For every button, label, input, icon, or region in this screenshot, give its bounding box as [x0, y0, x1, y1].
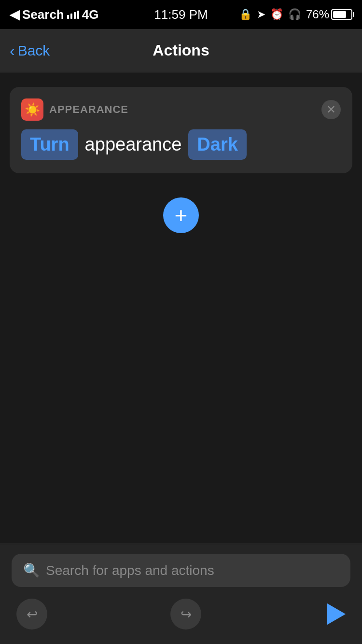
battery-icon: [331, 9, 352, 20]
plus-icon: +: [175, 204, 188, 226]
status-time: 11:59 PM: [154, 7, 208, 22]
appearance-icon: ☀️: [21, 98, 43, 121]
x-icon: ✕: [326, 103, 336, 116]
main-content: ☀️ APPEARANCE ✕ Turn appearance Dark +: [0, 72, 362, 252]
back-arrow-icon: ◀: [10, 7, 19, 22]
play-button[interactable]: [324, 603, 346, 625]
page-title: Actions: [153, 42, 209, 59]
location-icon: ➤: [257, 8, 265, 21]
undo-button[interactable]: [16, 599, 47, 630]
status-bar: ◀ Search 4G 11:59 PM 🔒 ➤ ⏰ 🎧 76%: [0, 0, 362, 29]
lock-icon: 🔒: [239, 8, 252, 21]
back-button[interactable]: ‹ Back: [10, 42, 50, 59]
add-action-button[interactable]: +: [163, 197, 199, 233]
action-card-header: ☀️ APPEARANCE ✕: [21, 98, 341, 121]
search-placeholder-text: Search for apps and actions: [46, 563, 214, 578]
redo-icon: [181, 606, 192, 622]
action-content: Turn appearance Dark: [21, 129, 341, 160]
close-button[interactable]: ✕: [321, 100, 341, 119]
nav-bar: ‹ Back Actions: [0, 29, 362, 72]
alarm-icon: ⏰: [270, 8, 283, 21]
action-card-title-row: ☀️ APPEARANCE: [21, 98, 128, 121]
search-icon: 🔍: [23, 562, 40, 578]
status-carrier: ◀ Search 4G: [10, 7, 98, 22]
add-button-container: +: [10, 193, 352, 238]
action-card: ☀️ APPEARANCE ✕ Turn appearance Dark: [10, 87, 352, 173]
redo-button[interactable]: [170, 599, 201, 630]
bottom-bar: 🔍 Search for apps and actions: [0, 544, 362, 644]
bottom-actions: [12, 599, 350, 630]
battery-indicator: 76%: [306, 8, 352, 21]
headphones-icon: 🎧: [288, 8, 301, 21]
action-category: APPEARANCE: [49, 103, 128, 116]
appearance-text: appearance: [85, 134, 182, 155]
play-icon: [327, 603, 346, 625]
undo-icon: [27, 606, 38, 622]
chevron-left-icon: ‹: [10, 43, 15, 58]
status-icons: 🔒 ➤ ⏰ 🎧 76%: [239, 8, 352, 21]
network-type: 4G: [82, 7, 99, 22]
dark-token[interactable]: Dark: [188, 129, 247, 160]
search-bar[interactable]: 🔍 Search for apps and actions: [12, 554, 350, 587]
turn-token[interactable]: Turn: [21, 129, 78, 160]
signal-icon: [67, 11, 79, 19]
